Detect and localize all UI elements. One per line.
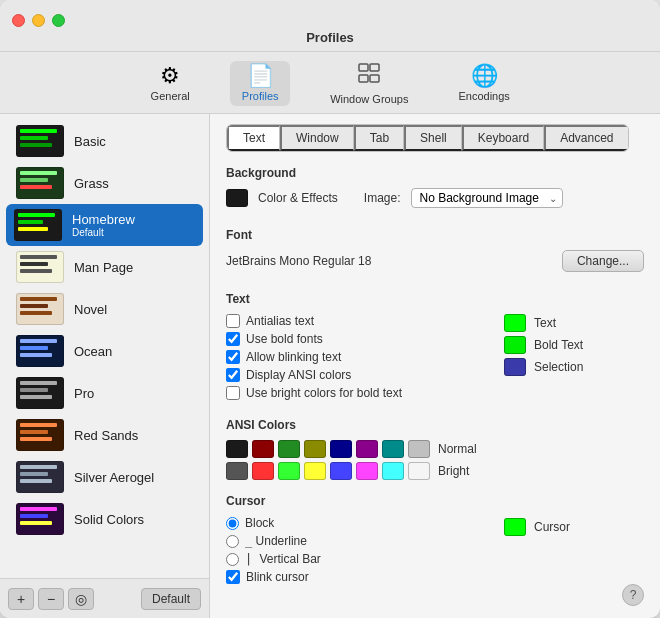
thumb-silveraerogel xyxy=(16,461,64,493)
manpage-info: Man Page xyxy=(74,260,133,275)
gear-icon: ⚙ xyxy=(160,65,180,87)
sidebar-item-grass[interactable]: Grass xyxy=(6,162,203,204)
thumb-manpage xyxy=(16,251,64,283)
cursor-vbar-radio[interactable] xyxy=(226,553,239,566)
ansi-normal-6[interactable] xyxy=(382,440,404,458)
change-font-button[interactable]: Change... xyxy=(562,250,644,272)
sidebar-item-pro[interactable]: Pro xyxy=(6,372,203,414)
ansi-bright-label: Bright xyxy=(438,464,469,478)
novel-info: Novel xyxy=(74,302,107,317)
ansi-bright-0[interactable] xyxy=(226,462,248,480)
antialias-label: Antialias text xyxy=(246,314,314,328)
ansi-bright-1[interactable] xyxy=(252,462,274,480)
blink-cursor-checkbox[interactable] xyxy=(226,570,240,584)
background-color-swatch[interactable] xyxy=(226,189,248,207)
silveraerogel-info: Silver Aerogel xyxy=(74,470,154,485)
font-section: Font JetBrains Mono Regular 18 Change... xyxy=(226,228,644,278)
ansi-normal-4[interactable] xyxy=(330,440,352,458)
grass-info: Grass xyxy=(74,176,109,191)
basic-name: Basic xyxy=(74,134,106,149)
text-color-row-text: Text xyxy=(504,314,644,332)
sidebar-item-homebrew[interactable]: Homebrew Default xyxy=(6,204,203,246)
sidebar-item-ocean[interactable]: Ocean xyxy=(6,330,203,372)
remove-profile-button[interactable]: − xyxy=(38,588,64,610)
thumb-grass xyxy=(16,167,64,199)
ansi-bright-4[interactable] xyxy=(330,462,352,480)
ansi-normal-2[interactable] xyxy=(278,440,300,458)
blink-checkbox[interactable] xyxy=(226,350,240,364)
tab-keyboard[interactable]: Keyboard xyxy=(462,125,544,151)
ansi-bright-7[interactable] xyxy=(408,462,430,480)
tab-window[interactable]: Window xyxy=(280,125,354,151)
tab-advanced[interactable]: Advanced xyxy=(544,125,627,151)
ansi-normal-7[interactable] xyxy=(408,440,430,458)
toolbar-window-groups[interactable]: Window Groups xyxy=(320,58,418,109)
blink-cursor-row: Blink cursor xyxy=(226,570,484,584)
sidebar-item-redsands[interactable]: Red Sands xyxy=(6,414,203,456)
ansi-row: Display ANSI colors xyxy=(226,368,484,382)
tab-shell[interactable]: Shell xyxy=(404,125,462,151)
sidebar-item-basic[interactable]: Basic xyxy=(6,120,203,162)
toolbar-profiles[interactable]: 📄 Profiles xyxy=(230,61,290,106)
traffic-lights xyxy=(12,14,65,27)
background-row: Color & Effects Image: No Background Ima… xyxy=(226,188,644,208)
ansi-normal-0[interactable] xyxy=(226,440,248,458)
sidebar-item-novel[interactable]: Novel xyxy=(6,288,203,330)
bright-row: Use bright colors for bold text xyxy=(226,386,484,400)
underline-cursor-char: _ xyxy=(245,534,252,548)
bright-checkbox[interactable] xyxy=(226,386,240,400)
thumb-redsands xyxy=(16,419,64,451)
cursor-block-row: Block xyxy=(226,516,484,530)
ansi-bright-5[interactable] xyxy=(356,462,378,480)
ansi-normal-1[interactable] xyxy=(252,440,274,458)
cursor-color-swatch[interactable] xyxy=(504,518,526,536)
text-color-swatch[interactable] xyxy=(504,314,526,332)
ansi-normal-3[interactable] xyxy=(304,440,326,458)
ansi-bright-6[interactable] xyxy=(382,462,404,480)
cursor-block-radio[interactable] xyxy=(226,517,239,530)
solidcolors-name: Solid Colors xyxy=(74,512,144,527)
redsands-name: Red Sands xyxy=(74,428,138,443)
text-two-col: Antialias text Use bold fonts Allow blin… xyxy=(226,314,644,404)
ansi-checkbox[interactable] xyxy=(226,368,240,382)
tab-tab[interactable]: Tab xyxy=(354,125,404,151)
selection-color-swatch[interactable] xyxy=(504,358,526,376)
add-profile-button[interactable]: + xyxy=(8,588,34,610)
cursor-underline-radio[interactable] xyxy=(226,535,239,548)
close-button[interactable] xyxy=(12,14,25,27)
ansi-label: Display ANSI colors xyxy=(246,368,351,382)
tab-text[interactable]: Text xyxy=(227,125,280,151)
grass-name: Grass xyxy=(74,176,109,191)
toolbar-general[interactable]: ⚙ General xyxy=(140,61,200,106)
thumb-ocean xyxy=(16,335,64,367)
text-section: Text Antialias text Use bold fonts xyxy=(226,292,644,404)
cursor-two-col: Block _ Underline | xyxy=(226,516,644,588)
thumb-solidcolors xyxy=(16,503,64,535)
bold-checkbox[interactable] xyxy=(226,332,240,346)
font-value: JetBrains Mono Regular 18 xyxy=(226,254,371,268)
profiles-window: Profiles ⚙ General 📄 Profiles Window Gro… xyxy=(0,0,660,618)
sidebar-item-manpage[interactable]: Man Page xyxy=(6,246,203,288)
ansi-title: ANSI Colors xyxy=(226,418,644,432)
blink-row: Allow blinking text xyxy=(226,350,484,364)
antialias-checkbox[interactable] xyxy=(226,314,240,328)
action-profile-button[interactable]: ◎ xyxy=(68,588,94,610)
image-select[interactable]: No Background Image xyxy=(411,188,563,208)
sidebar-item-silveraerogel[interactable]: Silver Aerogel xyxy=(6,456,203,498)
minimize-button[interactable] xyxy=(32,14,45,27)
help-button[interactable]: ? xyxy=(622,584,644,606)
vbar-cursor-char: | xyxy=(245,552,259,566)
toolbar-encodings[interactable]: 🌐 Encodings xyxy=(448,61,519,106)
titlebar: Profiles xyxy=(0,0,660,52)
manpage-name: Man Page xyxy=(74,260,133,275)
pro-info: Pro xyxy=(74,386,94,401)
bold-color-swatch[interactable] xyxy=(504,336,526,354)
ansi-normal-5[interactable] xyxy=(356,440,378,458)
sidebar-item-solidcolors[interactable]: Solid Colors xyxy=(6,498,203,540)
maximize-button[interactable] xyxy=(52,14,65,27)
ansi-bright-2[interactable] xyxy=(278,462,300,480)
ansi-bright-3[interactable] xyxy=(304,462,326,480)
ansi-section: ANSI Colors Normal xyxy=(226,418,644,480)
toolbar-general-label: General xyxy=(151,90,190,102)
default-button[interactable]: Default xyxy=(141,588,201,610)
